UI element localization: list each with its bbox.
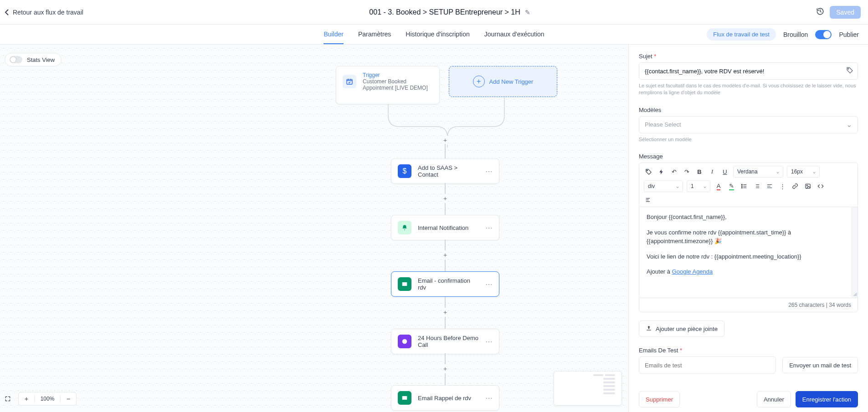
lineheight-select[interactable]: 1⌄ [687,180,710,192]
node-menu-button[interactable]: ⋯ [485,224,493,232]
resize-handle[interactable]: ◢ [853,291,857,297]
bullet-list-icon[interactable] [740,182,749,191]
zoom-level: 100% [34,396,61,402]
numbered-list-icon[interactable] [752,182,761,191]
node-label: Email - confirmation rdv [418,277,479,291]
stats-view-toggle[interactable]: Stats View [5,53,62,66]
calendar-icon [343,75,356,88]
node-menu-button[interactable]: ⋯ [485,337,493,346]
message-editor: ↶ ↷ B I U Verdana⌄ 16px⌄ div⌄ 1⌄ A ✎ ⋮ [639,163,858,312]
envelope-icon [398,277,411,291]
back-button[interactable]: Retour aux flux de travail [5,9,83,16]
add-trigger-label: Add New Trigger [489,78,534,85]
editor-line: Ajouter à [647,268,672,275]
trigger-title: Trigger [363,72,433,78]
tab-logs[interactable]: Journaux d'exécution [484,25,544,44]
text-color-icon[interactable]: A [714,182,723,191]
bold-icon[interactable]: B [695,167,704,176]
currency-icon: $ [398,164,411,178]
workflow-node-email-confirm[interactable]: Email - confirmation rdv ⋯ [391,271,499,297]
tag-icon[interactable] [846,67,853,76]
clear-format-icon[interactable] [644,195,653,204]
svg-point-5 [647,170,647,171]
back-label: Retour aux flux de travail [13,9,83,16]
cancel-button[interactable]: Annuler [757,391,791,407]
svg-point-6 [741,184,742,185]
editor-line: Bonjour {{contact.first_name}}, [647,213,850,222]
plus-icon: + [473,76,485,87]
action-panel: Sujet * Le sujet est facultatif dans le … [628,45,868,412]
more-icon[interactable]: ⋮ [778,182,787,191]
align-icon[interactable] [765,182,774,191]
editor-textarea[interactable]: Bonjour {{contact.first_name}}, Je vous … [639,207,858,298]
stats-view-label: Stats View [27,56,55,63]
node-menu-button[interactable]: ⋯ [485,167,493,176]
send-test-button[interactable]: Envoyer un mail de test [782,357,858,373]
svg-rect-3 [402,396,407,400]
image-icon[interactable] [803,182,812,191]
tab-params[interactable]: Paramètres [358,25,391,44]
svg-rect-0 [347,79,352,84]
minimap[interactable] [554,371,622,406]
font-select[interactable]: Verdana⌄ [733,166,783,178]
node-menu-button[interactable]: ⋯ [485,280,493,289]
workflow-node-email-rappel[interactable]: Email Rappel de rdv ⋯ [391,385,499,411]
editor-line: Je vous confirme notre rdv {{appointment… [647,228,850,246]
highlight-icon[interactable]: ✎ [727,182,736,191]
add-step-button[interactable]: + [442,308,448,317]
add-step-button[interactable]: + [442,136,448,145]
saved-badge: Saved [830,6,861,19]
delete-button[interactable]: Supprimer [639,391,680,407]
svg-point-10 [806,185,807,186]
draft-label: Brouillon [783,31,808,38]
envelope-icon [398,391,411,405]
trigger-node[interactable]: Trigger Customer Booked Appointment [LIV… [336,66,440,104]
connector-line [445,144,446,158]
italic-icon[interactable]: I [708,167,717,176]
workflow-node-internal[interactable]: Internal Notification ⋯ [391,215,499,240]
attach-button[interactable]: Ajouter une pièce jointe [639,320,724,337]
tab-history[interactable]: Historique d'inscription [406,25,469,44]
scrollbar[interactable] [851,207,858,298]
subject-label: Sujet [639,53,652,60]
page-title: 001 - 3. Booked > SETUP BEntrepreneur > … [369,8,520,16]
upload-icon [646,325,652,333]
add-step-button[interactable]: + [442,194,448,203]
test-emails-label: Emails De Test [639,347,678,354]
agenda-link[interactable]: Google Agenda [672,268,713,275]
svg-rect-9 [806,184,811,188]
node-menu-button[interactable]: ⋯ [485,394,493,402]
history-icon[interactable] [816,7,824,17]
tab-builder[interactable]: Builder [324,25,344,44]
templates-select[interactable]: Please Select [639,116,858,133]
code-icon[interactable] [816,182,825,191]
svg-point-8 [741,188,742,188]
templates-label: Modèles [639,107,858,113]
add-step-button[interactable]: + [442,364,448,373]
node-label: Email Rappel de rdv [418,395,471,402]
underline-icon[interactable]: U [720,167,729,176]
bell-icon [398,221,411,234]
undo-icon[interactable]: ↶ [669,167,678,176]
add-step-button[interactable]: + [442,250,448,259]
message-label: Message [639,153,858,160]
tag-select[interactable]: div⌄ [644,180,683,192]
fullscreen-button[interactable] [3,394,13,404]
zoom-controls: + 100% − [18,392,77,406]
subject-input[interactable] [639,62,858,80]
zoom-out-button[interactable]: − [61,395,76,402]
save-action-button[interactable]: Enregistrer l'action [796,391,858,407]
tag-icon[interactable] [644,167,653,176]
edit-icon[interactable]: ✎ [525,9,530,16]
workflow-node-saas[interactable]: $ Add to SAAS > Contact ⋯ [391,158,499,184]
publish-toggle[interactable] [815,30,832,39]
link-icon[interactable] [791,182,800,191]
zoom-in-button[interactable]: + [19,395,34,402]
redo-icon[interactable]: ↷ [682,167,691,176]
fontsize-select[interactable]: 16px⌄ [787,166,820,178]
add-trigger-button[interactable]: + Add New Trigger [449,66,557,97]
bolt-icon[interactable] [657,167,666,176]
test-emails-input[interactable] [639,356,776,374]
workflow-node-24h[interactable]: 24 Hours Before Demo Call ⋯ [391,329,499,354]
test-workflow-button[interactable]: Flux de travail de test [707,28,776,41]
